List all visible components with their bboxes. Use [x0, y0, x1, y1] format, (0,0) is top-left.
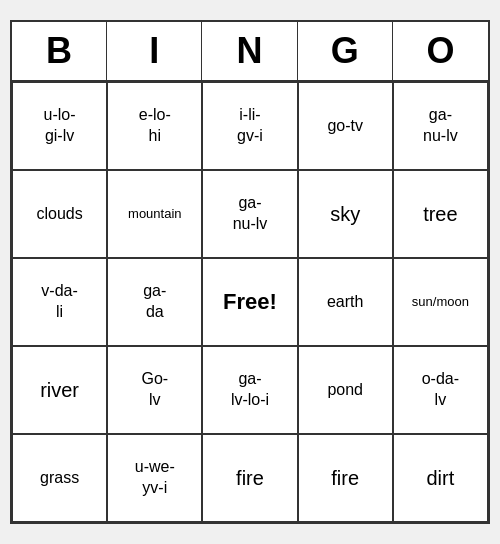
bingo-header-letter: I: [107, 22, 202, 80]
bingo-cell-r0-c1: e-lo-hi: [107, 82, 202, 170]
bingo-cell-r1-c0: clouds: [12, 170, 107, 258]
bingo-cell-r1-c1: mountain: [107, 170, 202, 258]
bingo-header-letter: G: [298, 22, 393, 80]
bingo-cell-r2-c0: v-da-li: [12, 258, 107, 346]
bingo-cell-r3-c2: ga-lv-lo-i: [202, 346, 297, 434]
bingo-cell-r1-c4: tree: [393, 170, 488, 258]
bingo-cell-r4-c3: fire: [298, 434, 393, 522]
bingo-cell-r0-c4: ga-nu-lv: [393, 82, 488, 170]
bingo-cell-r4-c1: u-we-yv-i: [107, 434, 202, 522]
bingo-cell-r2-c4: sun/moon: [393, 258, 488, 346]
bingo-cell-r2-c3: earth: [298, 258, 393, 346]
bingo-cell-r4-c4: dirt: [393, 434, 488, 522]
bingo-grid: u-lo-gi-lve-lo-hii-li-gv-igo-tvga-nu-lvc…: [12, 82, 488, 522]
bingo-header-letter: N: [202, 22, 297, 80]
bingo-cell-r3-c3: pond: [298, 346, 393, 434]
bingo-cell-r4-c0: grass: [12, 434, 107, 522]
bingo-cell-r4-c2: fire: [202, 434, 297, 522]
bingo-cell-r3-c1: Go-lv: [107, 346, 202, 434]
bingo-cell-r2-c1: ga-da: [107, 258, 202, 346]
bingo-header: BINGO: [12, 22, 488, 82]
bingo-cell-r0-c0: u-lo-gi-lv: [12, 82, 107, 170]
bingo-cell-r3-c0: river: [12, 346, 107, 434]
bingo-header-letter: B: [12, 22, 107, 80]
bingo-cell-r0-c2: i-li-gv-i: [202, 82, 297, 170]
bingo-cell-r1-c3: sky: [298, 170, 393, 258]
bingo-cell-r3-c4: o-da-lv: [393, 346, 488, 434]
bingo-cell-r0-c3: go-tv: [298, 82, 393, 170]
bingo-header-letter: O: [393, 22, 488, 80]
bingo-cell-r1-c2: ga-nu-lv: [202, 170, 297, 258]
bingo-cell-r2-c2: Free!: [202, 258, 297, 346]
bingo-card: BINGO u-lo-gi-lve-lo-hii-li-gv-igo-tvga-…: [10, 20, 490, 524]
